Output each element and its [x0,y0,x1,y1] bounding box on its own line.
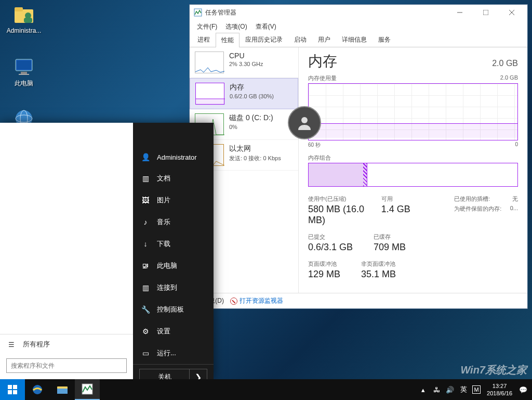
start-search [6,358,127,373]
axis-left: 60 秒 [308,141,321,149]
svg-rect-13 [483,10,488,15]
sidebar-item-downloads[interactable]: ↓下载 [133,233,214,255]
sidebar-item-this-pc[interactable]: 🖳此电脑 [133,255,214,277]
composition-label: 内存组合 [308,154,518,162]
start-right-items: 👤Administrator ▥文档 🖼图片 ♪音乐 ↓下载 🖳此电脑 ▥连接到… [133,147,214,364]
taskbar: ▴ 🖧 🔊 英 M 13:27 2018/6/16 💬 [0,379,532,400]
search-input[interactable] [6,358,127,373]
sidebar-item-settings[interactable]: ⚙设置 [133,320,214,342]
tab-performance[interactable]: 性能 [216,33,240,47]
watermark: Win7系统之家 [460,363,527,377]
start-menu-right: 👤Administrator ▥文档 🖼图片 ♪音乐 ↓下载 🖳此电脑 ▥连接到… [133,123,214,379]
svg-rect-1 [15,7,23,11]
taskbar-taskmgr[interactable] [75,379,100,400]
sidebar-item-run[interactable]: ▭运行... [133,342,214,364]
pictures-icon: 🖼 [141,196,150,204]
tab-details[interactable]: 详细信息 [336,32,373,47]
svg-rect-6 [21,72,27,74]
taskmgr-footer: ◁ 信息(D) 打开资源监视器 [190,293,527,308]
stat-inuse-value: 580 MB (16.0 MB) [308,204,372,226]
memory-line [309,123,517,138]
start-menu-left: ☰ 所有程序 [0,123,133,379]
tab-services[interactable]: 服务 [373,32,396,47]
close-button[interactable] [500,5,523,20]
side-cpu[interactable]: CPU2% 3.30 GHz [190,47,298,78]
taskbar-explorer[interactable] [50,379,75,400]
compo-used [309,163,367,186]
menu-options[interactable]: 选项(O) [222,21,250,32]
tray-ime2[interactable]: M [472,385,481,394]
perf-body: CPU2% 3.30 GHz 内存0.6/2.0 GB (30%) 磁盘 0 (… [190,47,527,293]
pc-icon: 🖳 [141,262,150,270]
memory-usage-chart[interactable] [308,83,518,140]
cpu-sparkline [195,51,224,73]
svg-rect-20 [13,385,17,389]
sidebar-item-administrator[interactable]: 👤Administrator [133,147,214,167]
desktop-icon-label: 此电脑 [4,79,44,88]
user-folder-icon [14,4,34,25]
resmon-link[interactable]: 打开资源监视器 [240,296,283,305]
gear-icon: ⚙ [141,327,150,336]
stat-inuse-label: 使用中(已压缩) [308,195,372,203]
music-icon: ♪ [141,218,150,226]
compo-free [367,163,517,186]
sidebar-item-documents[interactable]: ▥文档 [133,167,214,189]
tray-clock[interactable]: 13:27 2018/6/16 [485,382,514,397]
desktop-icon-administrator[interactable]: Administra... [4,4,44,34]
memory-sparkline [195,83,224,105]
tab-apphistory[interactable]: 应用历史记录 [240,32,288,47]
download-icon: ↓ [141,240,150,248]
menubar: 文件(F) 选项(O) 查看(V) [190,20,527,33]
stat-paged-value: 129 MB [308,269,340,280]
wrench-icon: 🔧 [141,305,150,314]
stat-hw-value: 0... [510,205,518,213]
minimize-button[interactable] [448,5,471,20]
side-memory[interactable]: 内存0.6/2.0 GB (30%) [190,78,298,109]
sidebar-item-pictures[interactable]: 🖼图片 [133,189,214,211]
stat-nonpaged-value: 35.1 MB [361,269,396,280]
tray-network-icon[interactable]: 🖧 [432,385,441,394]
sidebar-item-control-panel[interactable]: 🔧控制面板 [133,299,214,320]
connect-icon: ▥ [141,283,150,292]
perf-capacity: 2.0 GB [492,59,518,68]
user-avatar[interactable] [288,106,321,139]
axis-right: 0 [515,141,518,149]
tray-chevron-icon[interactable]: ▴ [418,385,428,394]
svg-rect-7 [19,74,29,75]
window-title: 任务管理器 [205,8,445,17]
start-button[interactable] [0,379,25,400]
user-icon: 👤 [141,153,150,161]
maximize-button[interactable] [474,5,497,20]
svg-rect-19 [8,385,12,389]
tab-startup[interactable]: 启动 [288,32,312,47]
desktop-icon-label: Administra... [4,27,44,34]
desktop-icon-this-pc[interactable]: 此电脑 [4,56,44,88]
menu-file[interactable]: 文件(F) [194,21,220,32]
system-tray: ▴ 🖧 🔊 英 M 13:27 2018/6/16 💬 [414,382,532,397]
tabs: 进程 性能 应用历史记录 启动 用户 详细信息 服务 [190,33,527,47]
titlebar[interactable]: 任务管理器 [190,5,527,20]
memory-composition-chart[interactable] [308,163,518,187]
tray-ime1[interactable]: 英 [459,385,468,394]
svg-rect-22 [13,390,17,394]
stat-paged-label: 页面缓冲池 [308,260,340,268]
svg-rect-5 [17,60,31,70]
all-programs[interactable]: ☰ 所有程序 [0,334,133,354]
menu-view[interactable]: 查看(V) [252,21,280,32]
taskbar-ie[interactable] [25,379,50,400]
stat-avail-value: 1.4 GB [381,204,445,215]
stat-avail-label: 可用 [381,195,445,203]
stat-committed-label: 已提交 [308,233,353,241]
svg-point-18 [301,117,308,123]
stat-slots-value: 无 [512,195,518,203]
sidebar-item-music[interactable]: ♪音乐 [133,211,214,233]
tray-volume-icon[interactable]: 🔊 [445,385,455,394]
stat-cached-label: 已缓存 [374,233,406,241]
stat-cached-value: 709 MB [374,242,406,253]
tray-notifications-icon[interactable]: 💬 [518,385,528,394]
perf-main: 内存 2.0 GB 内存使用量 2.0 GB 60 秒 0 内存组合 使用中(已… [299,47,527,293]
stat-committed-value: 0.6/3.1 GB [308,242,353,253]
tab-processes[interactable]: 进程 [192,32,216,47]
sidebar-item-connect[interactable]: ▥连接到 [133,277,214,299]
tab-users[interactable]: 用户 [312,32,336,47]
